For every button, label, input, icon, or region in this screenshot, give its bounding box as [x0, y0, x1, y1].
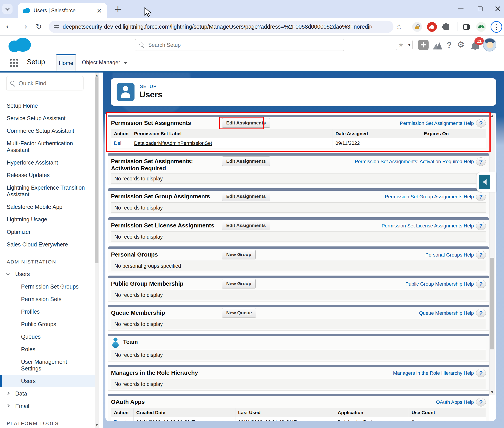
new-group-button[interactable]: New Group [222, 250, 256, 259]
new-queue-button[interactable]: New Queue [222, 308, 256, 317]
help-link[interactable]: OAuth Apps Help [436, 399, 474, 405]
address-bar[interactable] [49, 21, 393, 33]
sidebar-item-permission-sets[interactable]: Permission Sets [0, 293, 95, 305]
sidebar-item-salesforce-mobile-app[interactable]: Salesforce Mobile App [0, 201, 95, 213]
scroll-up-icon[interactable]: ▲ [490, 114, 495, 118]
sidebar-item-lex-transition-assistant[interactable]: Lightning Experience Transition Assistan… [0, 181, 95, 201]
sidebar-item-release-updates[interactable]: Release Updates [0, 169, 95, 181]
edit-assignments-button[interactable]: Edit Assignments [222, 221, 270, 230]
sidebar-item-lightning-usage[interactable]: Lightning Usage [0, 213, 95, 226]
help-link[interactable]: Public Group Membership Help [405, 281, 474, 287]
browser-menu-icon[interactable]: ⋮ [491, 21, 502, 33]
del-link[interactable]: Del [114, 140, 121, 146]
help-link[interactable]: Permission Set License Assignments Help [382, 223, 474, 229]
sidebar-item-email[interactable]: Email [0, 400, 95, 412]
maximize-button[interactable] [474, 3, 486, 14]
question-badge-icon[interactable]: ? [476, 280, 486, 288]
sidebar-item-user-management-settings[interactable]: User Management Settings [0, 355, 95, 375]
trailhead-icon[interactable] [432, 41, 444, 50]
panel-collapse-tab[interactable] [479, 175, 490, 189]
favorites-star-icon[interactable]: ★ [396, 40, 406, 50]
sidebar-item-permission-set-groups[interactable]: Permission Set Groups [0, 280, 95, 293]
minimize-button[interactable] [455, 3, 466, 14]
bookmark-star-icon[interactable]: ☆ [394, 22, 404, 32]
scroll-down-icon[interactable]: ▼ [95, 423, 99, 427]
chevron-down-icon[interactable] [7, 272, 11, 275]
sidebar-item-hyperforce-assistant[interactable]: Hyperforce Assistant [0, 156, 95, 169]
sidebar-item-mfa-assistant[interactable]: Multi-Factor Authentication Assistant [0, 137, 95, 156]
chevron-right-icon[interactable] [7, 404, 11, 407]
question-badge-icon[interactable]: ? [476, 251, 486, 259]
sidebar-scrollbar[interactable]: ▲ ▼ [95, 73, 99, 428]
permission-set-link[interactable]: DataloaderMfaAdminPermissionSet [134, 140, 212, 146]
question-badge-icon[interactable]: ? [476, 309, 486, 317]
help-icon[interactable]: ? [447, 41, 452, 50]
help-link[interactable]: Personal Groups Help [425, 252, 474, 258]
question-badge-icon[interactable]: ? [476, 192, 486, 201]
sidebar-item-data[interactable]: Data [0, 387, 95, 400]
forward-icon[interactable]: → [19, 22, 29, 32]
tab-object-manager[interactable]: Object Manager [76, 54, 134, 71]
quick-find-box[interactable] [6, 76, 83, 91]
help-link[interactable]: Permission Set Assignments: Activation R… [355, 159, 474, 165]
sidebar-item-profiles[interactable]: Profiles [0, 305, 95, 318]
global-search[interactable] [135, 39, 344, 51]
scrollbar-thumb[interactable] [95, 77, 98, 263]
scrollbar-thumb[interactable] [490, 258, 494, 349]
edit-assignments-button[interactable]: Edit Assignments [222, 156, 270, 166]
sidebar-item-service-setup-assistant[interactable]: Service Setup Assistant [0, 112, 95, 124]
reload-icon[interactable]: ↻ [33, 22, 44, 32]
sidebar-item-users-group[interactable]: Users [0, 268, 95, 280]
sidebar-item-sales-cloud-everywhere[interactable]: Sales Cloud Everywhere [0, 238, 95, 251]
question-badge-icon[interactable]: ? [476, 119, 486, 128]
tab-search-button[interactable] [2, 4, 13, 14]
browser-tab[interactable]: Users | Salesforce × [18, 3, 107, 18]
back-icon[interactable]: ← [4, 22, 14, 32]
password-extension-icon[interactable] [412, 22, 422, 32]
content-scrollbar[interactable]: ▲ ▼ [489, 113, 495, 395]
new-group-button[interactable]: New Group [222, 279, 256, 288]
question-badge-icon[interactable]: ? [476, 222, 486, 230]
question-badge-icon[interactable]: ? [476, 398, 486, 406]
avatar[interactable] [483, 38, 496, 51]
notification-badge: 11 [474, 37, 484, 45]
help-link[interactable]: Permission Set Group Assignments Help [385, 194, 474, 200]
url-input[interactable] [63, 24, 372, 30]
extensions-puzzle-icon[interactable] [441, 22, 451, 32]
site-info-icon[interactable] [54, 25, 59, 29]
app-launcher-icon[interactable] [10, 59, 18, 67]
question-badge-icon[interactable]: ? [476, 157, 486, 166]
sidebar-item-roles[interactable]: Roles [0, 343, 95, 355]
tab-home[interactable]: Home [57, 54, 76, 71]
revoke-link[interactable]: Revoke [114, 419, 131, 421]
tab-close-icon[interactable]: × [96, 7, 103, 14]
adblock-extension-icon[interactable] [427, 22, 437, 32]
sidebar-item-queues[interactable]: Queues [0, 330, 95, 343]
green-extension-icon[interactable] [476, 22, 486, 32]
global-actions-button[interactable] [418, 40, 429, 50]
help-link[interactable]: Permission Set Assignments Help [400, 120, 474, 126]
sidebar-item-public-groups[interactable]: Public Groups [0, 318, 95, 330]
favorites-caret-icon[interactable]: ▾ [406, 40, 413, 50]
side-panel-icon[interactable] [462, 22, 471, 32]
sidebar-item-setup-home[interactable]: Setup Home [0, 99, 95, 112]
scroll-down-icon[interactable]: ▼ [490, 390, 495, 394]
edit-assignments-button[interactable]: Edit Assignments [222, 118, 270, 128]
sidebar-item-optimizer[interactable]: Optimizer [0, 226, 95, 238]
chevron-right-icon[interactable] [7, 392, 11, 395]
help-link[interactable]: Managers in the Role Hierarchy Help [393, 370, 474, 376]
question-badge-icon[interactable]: ? [476, 369, 486, 377]
help-link[interactable]: Queue Membership Help [419, 310, 474, 316]
quick-find-input[interactable] [19, 80, 74, 87]
sidebar-item-commerce-setup-assistant[interactable]: Commerce Setup Assistant [0, 124, 95, 137]
sidebar-item-users[interactable]: Users [0, 375, 95, 387]
table-row: Del DataloaderMfaAdminPermissionSet 09/1… [111, 138, 486, 148]
notifications-button[interactable]: 11 [471, 41, 480, 50]
edit-assignments-button[interactable]: Edit Assignments [222, 192, 270, 201]
close-window-button[interactable] [492, 3, 503, 14]
scroll-up-icon[interactable]: ▲ [95, 74, 99, 77]
favorites-control[interactable]: ★ ▾ [396, 40, 413, 50]
new-tab-button[interactable]: + [113, 4, 123, 14]
search-input[interactable] [148, 42, 336, 48]
gear-icon[interactable]: ⚙ [457, 40, 465, 49]
